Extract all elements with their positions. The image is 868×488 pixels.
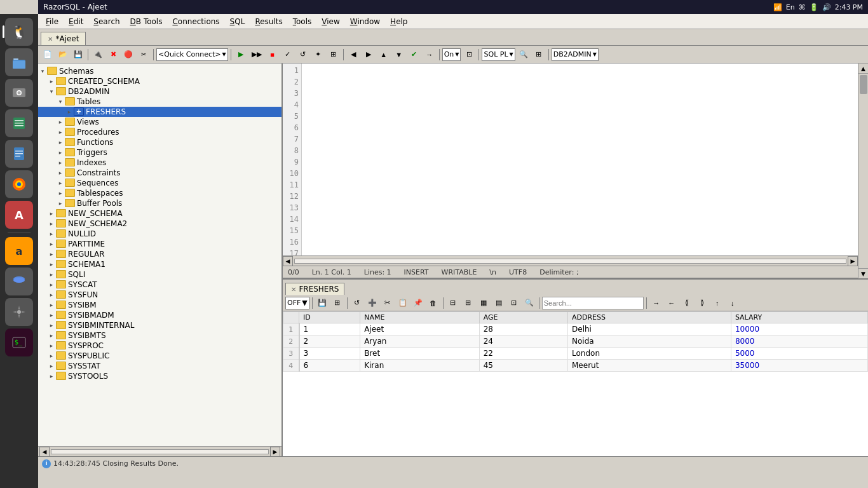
menu-dbtools[interactable]: DB Tools — [125, 16, 168, 27]
toggle-icon[interactable]: ▸ — [47, 372, 56, 381]
results-last[interactable]: ⟫ — [695, 296, 709, 310]
cell-address[interactable]: Delhi — [568, 323, 731, 336]
tree-item-db2admin[interactable]: ▾DB2ADMIN — [38, 86, 281, 97]
dock-item-settings[interactable] — [5, 298, 33, 326]
tree-item-procedures[interactable]: ▸Procedures — [38, 127, 281, 137]
cell-name[interactable]: Ajeet — [360, 323, 480, 336]
cell-id[interactable]: 1 — [299, 323, 360, 336]
cell-name[interactable]: Aryan — [360, 336, 480, 348]
tab-ajeet[interactable]: ✕ *Ajeet — [41, 32, 86, 45]
tree-item-new_schema[interactable]: ▸NEW_SCHEMA — [38, 208, 281, 219]
tab-close-icon[interactable]: ✕ — [48, 36, 53, 43]
cell-age[interactable]: 22 — [479, 348, 567, 360]
toggle-icon[interactable]: ▸ — [47, 321, 56, 330]
results-table-area[interactable]: ID NAME AGE ADDRESS SALARY 11Ajeet28Delh… — [283, 311, 868, 456]
th-age[interactable]: AGE — [479, 312, 567, 323]
filter-btn[interactable]: ⊡ — [507, 296, 521, 310]
toggle-icon[interactable]: ▸ — [47, 229, 56, 238]
del-row-btn[interactable]: ✂ — [381, 296, 395, 310]
tree-item-triggers[interactable]: ▸Triggers — [38, 147, 281, 158]
tree-item-created_schema[interactable]: ▸CREATED_SCHEMA — [38, 76, 281, 86]
toggle-icon[interactable]: ▸ — [47, 270, 56, 279]
toggle-icon[interactable]: ▸ — [56, 128, 65, 137]
tree-item-regular[interactable]: ▸REGULAR — [38, 249, 281, 259]
results-sort-desc[interactable]: ↓ — [726, 296, 740, 310]
toggle-icon[interactable]: ▸ — [56, 148, 65, 157]
tree-item-freshers[interactable]: ▸+FRESHERS — [38, 107, 281, 117]
clear-btn[interactable]: 🗑 — [426, 296, 440, 310]
tree-item-constraints[interactable]: ▸Constraints — [38, 168, 281, 178]
tree-item-sysibminternal[interactable]: ▸SYSIBMINTERNAL — [38, 320, 281, 330]
toggle-icon[interactable]: ▸ — [47, 331, 56, 340]
vscroll-thumb[interactable] — [860, 75, 867, 94]
toggle-icon[interactable]: ▸ — [47, 250, 56, 259]
tree-item-sysfun[interactable]: ▸SYSFUN — [38, 290, 281, 300]
tree-item-sequences[interactable]: ▸Sequences — [38, 178, 281, 188]
disconnect-btn[interactable]: ✖ — [106, 48, 120, 62]
toggle-icon[interactable]: ▸ — [56, 118, 65, 126]
menu-connections[interactable]: Connections — [167, 16, 224, 27]
toggle-icon[interactable]: ▸ — [47, 240, 56, 248]
dock-item-font[interactable]: A — [5, 201, 33, 229]
down-btn[interactable]: ▼ — [392, 48, 406, 62]
paste-btn[interactable]: 📌 — [411, 296, 425, 310]
cell-age[interactable]: 28 — [479, 323, 567, 336]
tree-item-buffer pools[interactable]: ▸Buffer Pools — [38, 198, 281, 208]
toggle-icon[interactable]: ▸ — [56, 179, 65, 187]
dock-item-files[interactable] — [5, 48, 33, 76]
cols2-btn[interactable]: ▦ — [477, 296, 491, 310]
next-btn[interactable]: ▶ — [362, 48, 376, 62]
tree-item-tables[interactable]: ▾Tables — [38, 97, 281, 107]
menu-tools[interactable]: Tools — [288, 16, 317, 27]
menu-sql[interactable]: SQL — [225, 16, 250, 27]
toggle-icon[interactable]: ▸ — [47, 341, 56, 350]
toggle-icon[interactable]: ▸ — [47, 280, 56, 289]
toggle-icon[interactable]: ▾ — [38, 67, 47, 76]
cell-address[interactable]: London — [568, 348, 731, 360]
open-btn[interactable]: 📂 — [56, 48, 70, 62]
db-btn[interactable]: 🔴 — [121, 48, 135, 62]
sql-editor[interactable] — [304, 65, 855, 254]
toggle-icon[interactable]: ▸ — [56, 168, 65, 177]
refresh-btn[interactable]: ↺ — [350, 296, 364, 310]
cell-name[interactable]: Bret — [360, 348, 480, 360]
menu-help[interactable]: Help — [385, 16, 412, 27]
dock-item-terminal[interactable]: $_ — [5, 329, 33, 356]
arrow-right-btn[interactable]: → — [423, 48, 437, 62]
toggle-icon[interactable]: ▸ — [56, 138, 65, 147]
editor-vscroll[interactable]: ▲ ▼ — [858, 64, 868, 278]
th-id[interactable]: ID — [299, 312, 360, 323]
tree-area[interactable]: ▾Schemas▸CREATED_SCHEMA▾DB2ADMIN▾Tables▸… — [38, 64, 281, 446]
vscroll-track[interactable] — [858, 74, 868, 268]
export-btn[interactable]: ⊞ — [330, 296, 344, 310]
schema-btn[interactable]: ⊞ — [532, 48, 546, 62]
results-nav-next[interactable]: ← — [665, 296, 679, 310]
menu-edit[interactable]: Edit — [64, 16, 88, 27]
tree-item-syscat[interactable]: ▸SYSCAT — [38, 280, 281, 290]
cell-age[interactable]: 45 — [479, 360, 567, 372]
toggle-icon[interactable]: ▸ — [56, 189, 65, 198]
run-all-btn[interactable]: ▶▶ — [249, 48, 264, 62]
tree-item-tablespaces[interactable]: ▸Tablespaces — [38, 188, 281, 198]
dock-item-screenshot[interactable] — [5, 79, 33, 107]
extra-btn[interactable]: ⊡ — [462, 48, 476, 62]
cols-btn[interactable]: ⊞ — [461, 296, 475, 310]
format-btn[interactable]: ✦ — [311, 48, 325, 62]
align-btn[interactable]: ⊟ — [446, 296, 460, 310]
stop-btn[interactable]: ■ — [266, 48, 280, 62]
menu-search[interactable]: Search — [88, 16, 125, 27]
cell-salary[interactable]: 35000 — [731, 360, 867, 372]
editor-content[interactable] — [302, 64, 858, 255]
toggle-icon[interactable]: ▸ — [47, 351, 56, 360]
tree-item-sysibmts[interactable]: ▸SYSIBMTS — [38, 330, 281, 341]
editor-scroll-right[interactable]: ▶ — [848, 256, 858, 266]
tree-item-systools[interactable]: ▸SYSTOOLS — [38, 371, 281, 381]
tree-hscroll[interactable]: ◀ ▶ — [38, 446, 281, 456]
history-btn[interactable]: ⊞ — [327, 48, 341, 62]
cell-salary[interactable]: 8000 — [731, 336, 867, 348]
run-btn[interactable]: ▶ — [234, 48, 248, 62]
query-btn[interactable]: 🔍 — [522, 296, 536, 310]
tree-item-sysproc[interactable]: ▸SYSPROC — [38, 341, 281, 351]
results-first[interactable]: ⟪ — [680, 296, 694, 310]
menu-file[interactable]: File — [41, 16, 64, 27]
